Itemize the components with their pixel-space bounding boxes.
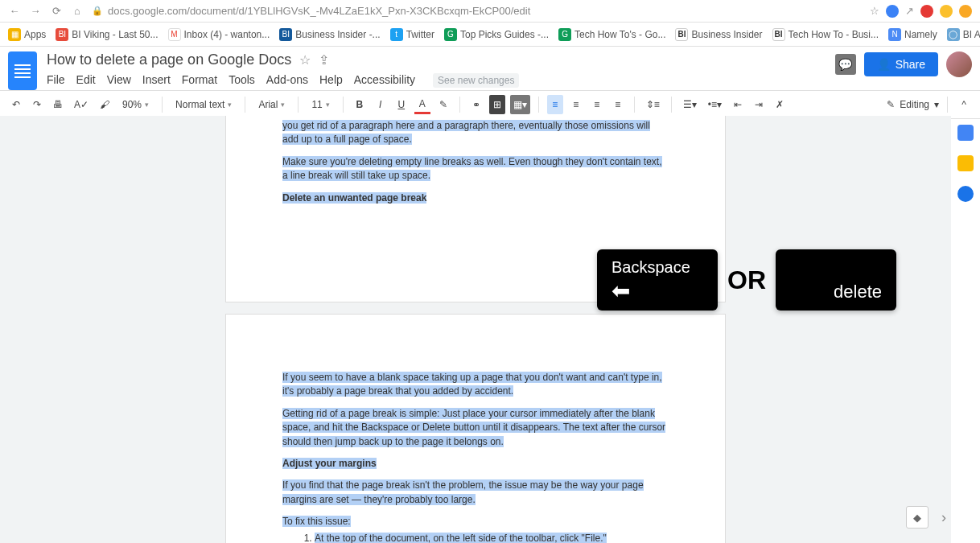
line-spacing-icon[interactable]: ⇕≡ xyxy=(643,95,663,114)
doc-heading: Delete an unwanted page break xyxy=(282,192,426,204)
bookmark-item[interactable]: BIBusiness Insider -... xyxy=(279,28,380,41)
bookmark-item[interactable]: MInbox (4) - wanton... xyxy=(168,28,270,41)
account-avatar[interactable] xyxy=(946,51,972,77)
bookmark-item[interactable]: BITech How To - Busi... xyxy=(772,28,879,41)
ext-icon-4[interactable] xyxy=(959,5,972,18)
undo-icon[interactable]: ↶ xyxy=(8,95,24,114)
insert-image-icon[interactable]: ▦▾ xyxy=(510,95,530,114)
apps-shortcut[interactable]: ▦Apps xyxy=(8,28,46,41)
bookmark-item[interactable]: BIBI Viking - Last 50... xyxy=(56,28,158,41)
insert-link-icon[interactable]: ⚭ xyxy=(468,95,484,114)
formatting-toolbar: ↶ ↷ 🖶 A✓ 🖌 90%▾ Normal text▾ Arial▾ 11▾ … xyxy=(0,90,980,119)
address-bar[interactable]: 🔒 docs.google.com/document/d/1YBLlHGVsK_… xyxy=(92,5,862,17)
keyboard-overlay: Backspace ⬅ OR delete xyxy=(597,249,896,311)
profile-icon[interactable] xyxy=(940,5,953,18)
menu-view[interactable]: View xyxy=(107,73,131,88)
bold-icon[interactable]: B xyxy=(352,95,368,114)
bookmark-item[interactable]: GTop Picks Guides -... xyxy=(444,28,549,41)
url-text: docs.google.com/document/d/1YBLlHGVsK_-M… xyxy=(108,5,530,17)
style-select[interactable]: Normal text▾ xyxy=(171,99,237,110)
ext-icon-1[interactable] xyxy=(886,5,899,18)
document-canvas: you get rid of a paragraph here and a pa… xyxy=(0,116,951,543)
arrow-left-icon: ⬅ xyxy=(611,280,703,302)
menu-file[interactable]: File xyxy=(47,73,65,88)
menu-format[interactable]: Format xyxy=(182,73,217,88)
bookmark-item[interactable]: ◯BI Apps xyxy=(947,28,980,41)
font-select[interactable]: Arial▾ xyxy=(253,99,290,110)
align-left-icon[interactable]: ≡ xyxy=(547,95,563,114)
doc-list-item: At the top of the document, on the left … xyxy=(315,533,607,543)
docs-header: How to delete a page on Google Docs ☆ ⇪ … xyxy=(0,47,980,90)
pencil-icon: ✎ xyxy=(887,99,895,110)
doc-text: If you seem to have a blank space taking… xyxy=(282,372,662,397)
key-label: Backspace xyxy=(611,258,703,277)
menu-bar: File Edit View Insert Format Tools Add-o… xyxy=(47,73,826,88)
bookmarks-bar: ▦Apps BIBI Viking - Last 50... MInbox (4… xyxy=(0,23,980,47)
menu-help[interactable]: Help xyxy=(319,73,343,88)
delete-key: delete xyxy=(776,249,896,311)
decrease-indent-icon[interactable]: ⇤ xyxy=(730,95,746,114)
bottom-right-buttons: ◆ › xyxy=(906,506,946,529)
doc-text: To fix this issue: xyxy=(282,516,351,527)
print-icon[interactable]: 🖶 xyxy=(50,95,66,114)
lock-icon: 🔒 xyxy=(92,6,103,16)
person-add-icon: 👤 xyxy=(877,58,891,71)
move-doc-icon[interactable]: ⇪ xyxy=(319,52,329,68)
reload-icon[interactable]: ⟳ xyxy=(50,5,63,17)
doc-heading: Adjust your margins xyxy=(282,458,377,469)
zoom-select[interactable]: 90%▾ xyxy=(117,99,154,110)
mode-select[interactable]: ✎ Editing ▾ xyxy=(887,99,939,110)
or-label: OR xyxy=(727,265,766,295)
collapse-toolbar-icon[interactable]: ^ xyxy=(956,95,972,114)
text-color-icon[interactable]: A xyxy=(414,95,430,114)
menu-tools[interactable]: Tools xyxy=(229,73,255,88)
align-justify-icon[interactable]: ≡ xyxy=(610,95,626,114)
see-new-changes[interactable]: See new changes xyxy=(433,73,519,88)
insert-comment-icon[interactable]: ⊞ xyxy=(489,95,505,114)
star-doc-icon[interactable]: ☆ xyxy=(299,52,311,68)
underline-icon[interactable]: U xyxy=(393,95,410,114)
doc-text: Getting rid of a page break is simple: J… xyxy=(282,408,665,447)
numbered-list-icon[interactable]: ☰▾ xyxy=(680,95,700,114)
keep-app-icon[interactable] xyxy=(957,155,974,171)
doc-text: If you find that the page break isn't th… xyxy=(282,479,644,504)
menu-accessibility[interactable]: Accessibility xyxy=(354,73,415,88)
bookmark-item[interactable]: BIBusiness Insider xyxy=(675,28,762,41)
chevron-down-icon: ▾ xyxy=(934,99,939,110)
menu-edit[interactable]: Edit xyxy=(76,73,96,88)
calendar-app-icon[interactable] xyxy=(957,125,974,141)
home-icon[interactable]: ⌂ xyxy=(71,5,84,17)
forward-icon[interactable]: → xyxy=(29,5,42,17)
bulleted-list-icon[interactable]: •≡▾ xyxy=(705,95,725,114)
ext-icon-2[interactable]: ↗ xyxy=(905,5,914,17)
menu-addons[interactable]: Add-ons xyxy=(266,73,308,88)
bookmark-item[interactable]: GTech How To's - Go... xyxy=(558,28,665,41)
paint-format-icon[interactable]: 🖌 xyxy=(97,95,113,114)
increase-indent-icon[interactable]: ⇥ xyxy=(751,95,767,114)
share-button[interactable]: 👤 Share xyxy=(864,52,938,76)
spellcheck-icon[interactable]: A✓ xyxy=(71,95,92,114)
doc-title[interactable]: How to delete a page on Google Docs xyxy=(47,51,291,68)
menu-insert[interactable]: Insert xyxy=(142,73,171,88)
comments-icon[interactable]: 💬 xyxy=(835,54,856,75)
fontsize-select[interactable]: 11▾ xyxy=(307,99,334,110)
italic-icon[interactable]: I xyxy=(373,95,389,114)
tasks-app-icon[interactable] xyxy=(957,186,974,202)
show-side-panel-icon[interactable]: › xyxy=(941,509,946,526)
bookmark-item[interactable]: tTwitter xyxy=(390,28,434,41)
ext-icon-3[interactable] xyxy=(920,5,933,18)
highlight-icon[interactable]: ✎ xyxy=(435,95,451,114)
back-icon[interactable]: ← xyxy=(8,5,21,17)
explore-button[interactable]: ◆ xyxy=(906,506,929,529)
bookmark-star-icon[interactable]: ☆ xyxy=(870,5,879,17)
side-panel xyxy=(951,117,980,202)
align-center-icon[interactable]: ≡ xyxy=(568,95,584,114)
docs-logo-icon[interactable] xyxy=(8,51,37,90)
redo-icon[interactable]: ↷ xyxy=(29,95,45,114)
browser-nav-bar: ← → ⟳ ⌂ 🔒 docs.google.com/document/d/1YB… xyxy=(0,0,980,23)
key-label: delete xyxy=(834,282,882,302)
bookmark-item[interactable]: NNamely xyxy=(888,28,937,41)
align-right-icon[interactable]: ≡ xyxy=(589,95,605,114)
clear-formatting-icon[interactable]: ✗ xyxy=(772,95,788,114)
doc-page[interactable]: If you seem to have a blank space taking… xyxy=(226,315,725,543)
